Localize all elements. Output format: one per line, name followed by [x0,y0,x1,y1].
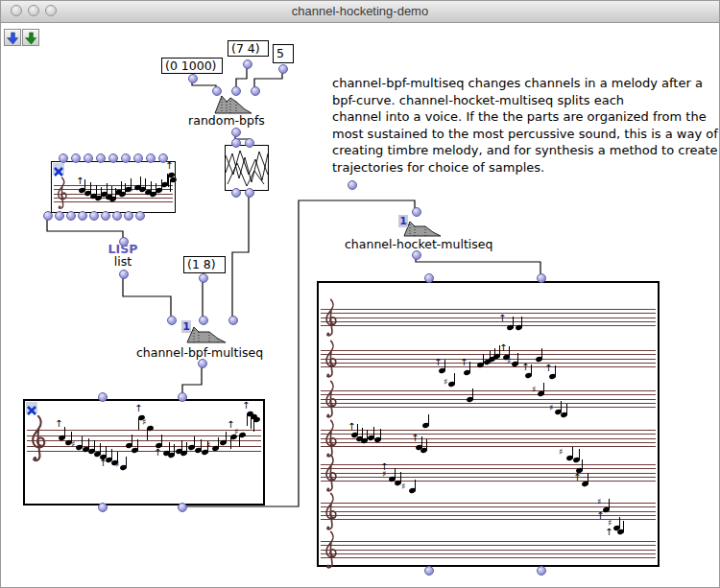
port[interactable] [119,270,129,279]
port[interactable] [167,316,177,325]
port[interactable] [84,153,93,163]
note-stem [239,435,240,447]
port[interactable] [231,138,241,148]
value-box-1-8[interactable]: (1 8) [183,256,226,273]
port[interactable] [178,503,187,512]
note-stem [90,182,91,194]
port[interactable] [212,86,222,96]
port[interactable] [412,250,421,260]
port[interactable] [98,392,108,402]
staff-line [321,350,656,351]
staff-line [321,464,656,465]
port[interactable] [112,211,122,221]
note-stem [454,373,455,385]
staff-line [321,309,656,310]
port[interactable] [199,316,208,325]
port[interactable] [66,211,76,221]
port[interactable] [135,211,145,221]
port[interactable] [78,211,87,221]
staff-line [321,473,656,474]
port[interactable] [228,316,238,325]
note-stem [253,420,254,432]
eval-down-green-button[interactable] [22,29,39,46]
staff-line [321,481,656,482]
score-editor-melody[interactable]: ↑♯↑♯↑♯↑♯↑♯↑ [23,399,265,506]
arrow-mark: ↑ [521,363,529,372]
port[interactable] [231,86,241,96]
port[interactable] [108,153,118,163]
port[interactable] [89,211,99,221]
port[interactable] [198,359,207,368]
comment-line: creating timbre melody, and for synthesi… [332,142,718,159]
eval-down-blue-button[interactable] [4,29,21,46]
channel-bpf-multiseq-label: channel-bpf-multiseq [128,345,272,360]
port[interactable] [243,59,252,69]
port[interactable] [101,211,110,221]
note-stem [82,436,83,448]
port[interactable] [231,188,241,198]
note-stem [247,414,248,426]
port[interactable] [231,128,241,137]
port[interactable] [188,74,198,83]
note-stem [373,427,374,438]
port[interactable] [278,64,288,74]
value-box-0-1000[interactable]: (0 1000) [161,58,223,74]
bpf-curve-view[interactable] [225,145,269,191]
note-stem [426,439,427,451]
note-stem [88,438,89,450]
note-stem [572,447,573,459]
note-stem [623,521,624,532]
port[interactable] [146,153,156,163]
arrow-mark: ↑ [596,511,604,521]
value-box-7-4[interactable]: (7 4) [228,40,269,57]
staff-line [321,557,656,558]
sharp-mark: ♯ [401,482,405,491]
close-x-icon[interactable] [26,402,37,413]
port[interactable] [424,273,434,283]
note-stem [111,449,112,460]
port[interactable] [133,153,143,163]
port[interactable] [96,153,106,163]
patch-wire [182,365,202,393]
staff-line [321,403,656,404]
channel-hocket-multiseq-label: channel-hocket-multiseq [345,237,489,251]
value-box-5[interactable]: 5 [273,44,294,63]
note-stem [415,480,416,491]
port[interactable] [119,237,129,247]
comment-text: channel-bpf-multiseq changes channels in… [332,75,718,176]
port[interactable] [71,153,81,163]
staff-line [27,430,261,431]
box-number-badge: 1 [398,215,408,227]
port[interactable] [98,503,108,512]
lisp-list-box[interactable]: LISP list [94,243,152,269]
arrow-mark: ↑ [134,404,142,413]
note-stem [84,179,85,191]
arrow-mark: ↑ [76,176,84,186]
port[interactable] [178,392,187,402]
port[interactable] [245,188,254,198]
score-editor-input[interactable]: ↑♯↑ [51,161,176,213]
sharp-mark: ♯ [206,441,210,450]
score-editor-hocket[interactable]: ↑↑♯↑↑♯↑↑♯♯↑↑♯↑♯♯↑♯↑♯↑ [317,281,660,567]
port[interactable] [537,566,546,576]
port[interactable] [59,153,68,163]
port[interactable] [199,273,208,283]
close-x-icon[interactable] [53,163,64,175]
port[interactable] [245,138,254,148]
port[interactable] [43,211,53,221]
port[interactable] [348,180,357,190]
note-stem [579,449,580,460]
port[interactable] [124,211,133,221]
port[interactable] [424,566,434,576]
channel-bpf-multiseq-box[interactable] [186,323,227,347]
port[interactable] [121,153,131,163]
port[interactable] [412,207,421,217]
arrow-mark: ↑ [154,448,161,458]
note-stem [147,429,148,440]
note-stem [106,446,107,458]
arrow-mark: ↑ [544,364,552,373]
port[interactable] [158,153,168,163]
port[interactable] [537,273,546,283]
port[interactable] [251,86,260,96]
port[interactable] [55,211,64,221]
